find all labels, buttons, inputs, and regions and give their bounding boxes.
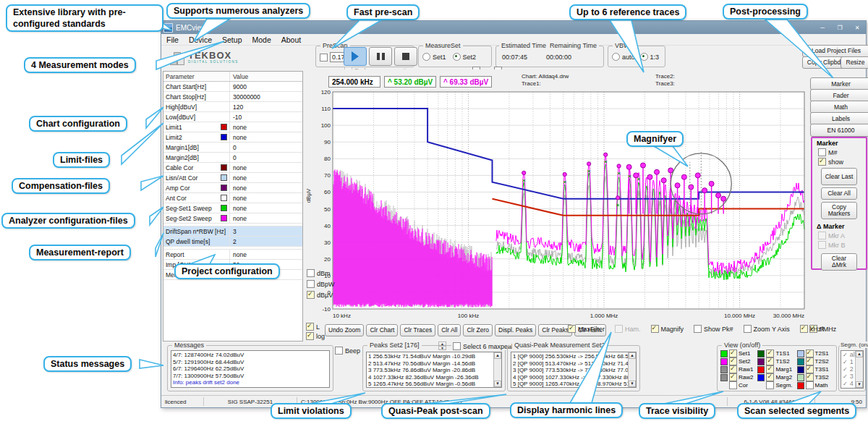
table-row[interactable]: Limit2none xyxy=(163,132,302,143)
toggle-checkbox[interactable] xyxy=(568,325,576,333)
clr-all-button[interactable]: Clr All xyxy=(438,324,461,336)
segm-scrollbar[interactable]: ▲▼ xyxy=(855,351,863,388)
table-row[interactable]: Margin1[dB]0 xyxy=(163,143,302,153)
clear-all-button[interactable]: Clear All xyxy=(821,187,857,200)
view-checkbox[interactable] xyxy=(729,373,737,381)
copy-markers-button[interactable]: Copy Markers xyxy=(821,202,857,219)
displ-peaks-button[interactable]: Displ. Peaks xyxy=(495,324,536,336)
peak-item[interactable]: 2 513.47kHz 70.56dBuV Margin -14.56dB xyxy=(368,360,493,368)
clr-zero-button[interactable]: Clr Zero xyxy=(463,324,493,336)
menu-item-setup[interactable]: Setup xyxy=(217,35,247,44)
set2-radio[interactable] xyxy=(453,53,461,61)
table-row[interactable]: Reportnone xyxy=(163,249,302,260)
messages-list[interactable]: 4/7: 1287400Hz 74.02dBuV5/7: 1291900Hz 6… xyxy=(171,350,330,388)
copy-clipbd-button[interactable]: Copy Clipbd xyxy=(802,56,846,69)
peak-item[interactable]: 1 256.53kHz 71.54dBuV Margin -10.29dB xyxy=(368,353,493,360)
table-row[interactable]: Margin2[dB]0 xyxy=(163,153,302,163)
scroll-down-icon[interactable]: ▼ xyxy=(629,381,636,387)
view-checkbox[interactable] xyxy=(766,381,774,389)
qp-list[interactable]: 1 [QP 9000] 256.530kHz -> 256.530kHz 68.… xyxy=(511,352,637,388)
vbw-13-radio[interactable] xyxy=(640,53,648,61)
close-button[interactable]: ✕ xyxy=(848,22,866,33)
stop-button[interactable] xyxy=(394,47,417,66)
menu-item-about[interactable]: About xyxy=(276,35,306,44)
table-row[interactable]: Ant Cornone xyxy=(163,193,302,203)
menu-item-file[interactable]: File xyxy=(161,35,184,44)
qp-item[interactable]: 3 [QP 9000] 773.530kHz -> 773.530kHz 77.… xyxy=(513,367,627,374)
clr-chart-button[interactable]: Clr Chart xyxy=(366,324,398,336)
toggle-checkbox[interactable] xyxy=(744,325,752,333)
table-row[interactable]: Chart Start[Hz]9000 xyxy=(163,82,302,92)
table-row[interactable]: Limit1none xyxy=(163,122,302,132)
beep-checkbox[interactable] xyxy=(335,347,343,355)
spectrum-plot[interactable]: ××××××××1201101009080706050403020100-101… xyxy=(312,87,807,326)
table-row[interactable]: Seg-Set2 Sweepnone xyxy=(163,213,302,224)
title-bar[interactable]: EMCview ─ ❐ ✕ xyxy=(161,21,866,34)
prescan-checkbox[interactable] xyxy=(320,54,328,62)
undo-zoom-button[interactable]: Undo Zoom xyxy=(325,324,364,336)
peak-item[interactable]: 4 1027.33kHz 82.36dBuV Margin -26.36dB xyxy=(368,374,493,381)
table-row[interactable]: Amp Cornone xyxy=(163,183,302,193)
scrollbar[interactable]: ▲▼ xyxy=(628,352,636,387)
resize-button[interactable]: Resize xyxy=(841,56,868,69)
select-maxpeaks-checkbox[interactable] xyxy=(453,342,461,350)
clr-traces-button[interactable]: Clr Traces xyxy=(400,324,435,336)
qp-item[interactable]: 5 [QP 9000] 1265.470kHz -> 1278.970kHz 5… xyxy=(513,381,627,388)
load-project-files-button[interactable]: Load Project Files xyxy=(802,45,868,57)
peaks-spinner[interactable]: ▲▼ xyxy=(438,342,446,350)
vbw-auto-radio[interactable] xyxy=(612,53,620,61)
toggle-checkbox[interactable] xyxy=(800,325,808,333)
maximize-button[interactable]: ❐ xyxy=(831,22,848,33)
l-checkbox[interactable] xyxy=(306,323,314,331)
view-checkbox[interactable] xyxy=(806,373,814,381)
clear-dmrk-button[interactable]: Clear ΔMrk xyxy=(821,253,857,271)
toggle-checkbox[interactable] xyxy=(615,325,623,333)
scrollbar[interactable]: ▲▼ xyxy=(493,352,501,387)
qp-item[interactable]: 1 [QP 9000] 256.530kHz -> 256.530kHz 68.… xyxy=(513,353,627,360)
unit-checkbox-dBpW[interactable] xyxy=(307,280,315,288)
table-row[interactable]: Cable Cornone xyxy=(163,163,302,173)
qp-item[interactable]: 2 [QP 9000] 513.470kHz -> 513.470kHz 71.… xyxy=(513,360,627,368)
m-number-checkbox[interactable] xyxy=(818,148,826,156)
param-value: none xyxy=(230,205,302,212)
view-checkbox[interactable] xyxy=(806,381,814,389)
toggle-checkbox[interactable] xyxy=(694,325,702,333)
scroll-up-icon[interactable]: ▲ xyxy=(494,352,501,359)
peak-item[interactable]: 3 773.53kHz 76.86dBuV Margin -20.86dB xyxy=(368,367,493,374)
set1-radio[interactable] xyxy=(422,53,430,61)
table-row[interactable]: DriftSpan n*RBW [Hz]3 xyxy=(163,226,302,237)
peaks-list[interactable]: 1 256.53kHz 71.54dBuV Margin -10.29dB2 5… xyxy=(366,352,502,388)
peak-item[interactable]: 5 1265.47kHz 56.56dBuV Margin -0.56dB xyxy=(368,381,493,388)
show-checkbox[interactable] xyxy=(818,158,826,166)
scroll-down-icon[interactable]: ▼ xyxy=(856,381,863,388)
mkr-a-checkbox[interactable] xyxy=(818,232,826,239)
log-checkbox[interactable] xyxy=(306,332,314,340)
scroll-down-icon[interactable]: ▼ xyxy=(494,381,501,387)
minimize-button[interactable]: ─ xyxy=(814,22,831,33)
table-row[interactable]: Seg-Set1 Sweepnone xyxy=(163,203,302,213)
toggle-checkbox[interactable] xyxy=(651,325,659,333)
view-checkbox[interactable] xyxy=(766,373,774,381)
unit-checkbox-dBm[interactable] xyxy=(307,269,315,277)
scroll-up-icon[interactable]: ▲ xyxy=(629,352,636,359)
play-button[interactable] xyxy=(344,47,367,66)
table-row[interactable]: QP dwell time[s]2 xyxy=(163,237,302,247)
trace-color-swatch xyxy=(757,358,765,365)
scroll-up-icon[interactable]: ▲ xyxy=(856,351,863,357)
table-row[interactable]: Lisn/Att Cornone xyxy=(163,173,302,183)
segm-list[interactable]: ✓all✓1✓2✓3✓4▲▼ xyxy=(841,350,864,389)
tab-en-61000[interactable]: EN 61000 xyxy=(810,124,868,137)
unit-checkbox-dBµV[interactable] xyxy=(307,291,315,299)
pause-button[interactable] xyxy=(369,47,392,66)
view-column-2: T2S1T2S2T3S1T3S2Math xyxy=(797,349,829,389)
table-row[interactable]: Low[dBuV]-10 xyxy=(163,112,302,122)
clear-last-button[interactable]: Clear Last xyxy=(821,168,857,185)
qp-item[interactable]: 4 [QP 9000] 1027.330kHz -> 1027.330kHz 8… xyxy=(513,374,627,381)
table-row[interactable]: High[dBuV]120 xyxy=(163,102,302,112)
menu-item-device[interactable]: Device xyxy=(184,35,217,44)
view-checkbox[interactable] xyxy=(729,381,737,389)
mkr-b-checkbox[interactable] xyxy=(818,241,826,249)
menu-item-mode[interactable]: Mode xyxy=(247,35,276,44)
table-row[interactable]: Chart Stop[Hz]30000000 xyxy=(163,92,302,102)
frequency-readout[interactable]: 254.000 kHz xyxy=(328,76,380,88)
